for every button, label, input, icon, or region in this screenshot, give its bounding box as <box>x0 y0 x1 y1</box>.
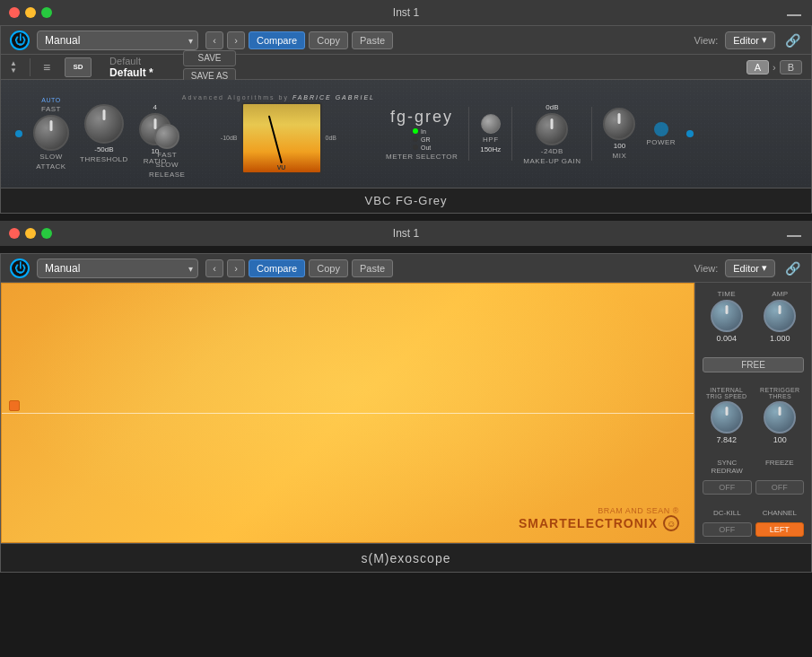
scope-link-button[interactable]: 🔗 <box>782 258 802 278</box>
vbc-copy-button[interactable]: Copy <box>309 31 348 49</box>
vbc-fg-grey-label: fg-grey <box>390 108 453 127</box>
vbc-ab-arrow[interactable]: › <box>773 60 776 74</box>
scope-time-knob[interactable] <box>711 300 743 332</box>
vbc-out-led[interactable] <box>413 145 418 150</box>
vbc-fg-grey-group: fg-grey In GR Out METER SELECTOR <box>386 108 458 161</box>
scope-compare-button[interactable]: Compare <box>249 259 305 277</box>
vbc-attack-group: AUTO FAST SLOW ATTACK <box>33 97 69 171</box>
scope-plugin-name: s(M)exoscope <box>362 551 451 565</box>
window-minimize-right-2[interactable] <box>787 230 801 237</box>
vbc-link-button[interactable]: 🔗 <box>782 31 802 50</box>
scope-paste-button[interactable]: Paste <box>352 259 393 277</box>
max-btn-2[interactable] <box>41 228 52 239</box>
scope-amp-knob[interactable] <box>764 300 796 332</box>
vbc-release-slow-label: SLOW <box>155 161 179 169</box>
vbc-release-knob[interactable] <box>154 124 179 149</box>
vbc-preset-nav-arrows: ▲ ▼ <box>10 60 17 74</box>
vbc-mix-label: MIX <box>613 152 627 160</box>
vbc-threshold-label: THRESHOLD <box>80 155 128 163</box>
scope-nav-group: ‹ › Compare Copy Paste <box>205 259 393 277</box>
vbc-nav-group: ‹ › Compare Copy Paste <box>205 31 393 49</box>
vbc-in-label: In <box>421 128 426 135</box>
vbc-compare-button[interactable]: Compare <box>249 31 305 49</box>
vbc-hamburger-menu[interactable]: ≡ <box>43 60 50 74</box>
vbc-preset-down-arrow[interactable]: ▼ <box>10 67 17 74</box>
scope-channel-left-button[interactable]: LEFT <box>755 522 805 537</box>
vbc-threshold-knob[interactable] <box>84 104 124 144</box>
scope-trig-row: INTERNAL TRIG SPEED 7.842 RETRIGGER THRE… <box>703 387 804 444</box>
vbc-nav-prev[interactable]: ‹ <box>205 31 223 49</box>
vbc-makeup-min: -24dB <box>541 147 563 155</box>
vbc-makeup-label: MAKE-UP GAIN <box>523 157 581 165</box>
scope-time-group: TIME 0.004 <box>703 290 751 343</box>
vbc-meter-db-high: 0dB <box>326 135 336 141</box>
scope-brand-row: SMARTELECTRONIX ☺ <box>519 515 679 531</box>
vbc-nav-next[interactable]: › <box>227 31 245 49</box>
scope-dckill-off-button[interactable]: OFF <box>703 522 752 537</box>
scope-nav-prev[interactable]: ‹ <box>205 259 223 277</box>
vbc-out-row: Out <box>413 145 431 151</box>
scope-freeze-off-button[interactable]: OFF <box>755 480 805 495</box>
scope-channel-label: CHANNEL <box>755 509 805 517</box>
scope-preset-dropdown-wrapper: Manual ▾ <box>37 258 198 278</box>
vbc-vu-meter[interactable]: VU <box>241 102 322 174</box>
scope-sync-freeze-toggles: OFF OFF <box>703 480 804 495</box>
vbc-paste-button[interactable]: Paste <box>352 31 393 49</box>
scope-display[interactable]: BRAM AND SEAN ® SMARTELECTRONIX ☺ <box>1 283 694 543</box>
vbc-in-led[interactable] <box>413 128 418 134</box>
vbc-makeup-knob[interactable] <box>536 113 568 145</box>
vbc-b-button[interactable]: B <box>780 60 802 74</box>
vbc-release-label: RELEASE <box>149 171 185 179</box>
vbc-advanced-label: Advanced Algorithms by FABRICE GABRIEL <box>182 94 375 101</box>
vbc-preset-select[interactable]: Manual <box>37 31 198 50</box>
vbc-attack-knob[interactable] <box>33 115 69 151</box>
scope-trig-knob[interactable] <box>711 401 743 434</box>
vbc-preset-name-group: Default Default * <box>109 56 153 79</box>
scope-editor-arrow-icon: ▾ <box>762 262 767 274</box>
scope-dckill-channel-labels: DC-KILL CHANNEL <box>703 509 804 517</box>
vbc-hpf-knob[interactable] <box>481 114 501 134</box>
vbc-mix-knob[interactable] <box>603 108 635 140</box>
vbc-attack-auto-label: AUTO <box>41 97 60 103</box>
scope-copy-button[interactable]: Copy <box>309 259 348 277</box>
scope-sync-label: SYNCREDRAW <box>703 459 752 475</box>
scope-trig-value: 7.842 <box>716 435 737 444</box>
scope-brand-icon-char: ☺ <box>667 519 676 529</box>
scope-power-button[interactable]: ⏻ <box>10 258 30 278</box>
vbc-hpf-value: 150Hz <box>480 145 501 153</box>
scope-free-button[interactable]: FREE <box>703 357 804 372</box>
scope-editor-button[interactable]: Editor ▾ <box>725 259 775 277</box>
window-title-1: Inst 1 <box>393 6 419 19</box>
scope-nav-next[interactable]: › <box>227 259 245 277</box>
min-btn-2[interactable] <box>25 228 36 239</box>
vbc-view-label: View: <box>694 35 719 46</box>
vbc-gr-led[interactable] <box>413 136 418 142</box>
vbc-separator-1 <box>468 107 469 161</box>
scope-sync-off-button[interactable]: OFF <box>703 480 752 495</box>
vbc-ratio-max: 4 <box>153 103 157 111</box>
vbc-a-button[interactable]: A <box>747 60 769 74</box>
vbc-attack-fast-label: FAST <box>41 105 61 113</box>
vbc-right-led <box>686 130 694 137</box>
vbc-editor-button[interactable]: Editor ▾ <box>725 31 775 49</box>
scope-retrig-knob[interactable] <box>764 401 796 434</box>
scope-time-amp-row: TIME 0.004 AMP 1.000 <box>703 290 804 343</box>
window-minimize-right-1[interactable] <box>787 9 801 16</box>
vbc-power-button[interactable]: ⏻ <box>10 31 30 50</box>
vbc-out-label: Out <box>421 145 431 151</box>
scope-preset-select[interactable]: Manual <box>37 258 198 278</box>
close-btn-1[interactable] <box>9 7 20 18</box>
vbc-makeup-value: 0dB <box>546 103 558 111</box>
plugin-scope-container: ⏻ Manual ▾ ‹ › Compare Copy Paste View: … <box>0 253 812 573</box>
min-btn-1[interactable] <box>25 7 36 18</box>
vbc-save-button[interactable]: SAVE <box>183 50 237 66</box>
scope-vertical-handle[interactable] <box>9 400 20 411</box>
vbc-save-buttons: SAVE SAVE AS <box>183 50 237 84</box>
scope-name-bar: s(M)exoscope <box>1 543 811 572</box>
max-btn-1[interactable] <box>41 7 52 18</box>
scope-sync-freeze-labels: SYNCREDRAW FREEZE <box>703 459 804 475</box>
close-btn-2[interactable] <box>9 228 20 239</box>
scope-retrig-label: RETRIGGER THRES <box>760 387 799 399</box>
scope-freeze-label: FREEZE <box>755 459 805 475</box>
vbc-vu-row: -10dB VU 0dB <box>221 102 336 174</box>
